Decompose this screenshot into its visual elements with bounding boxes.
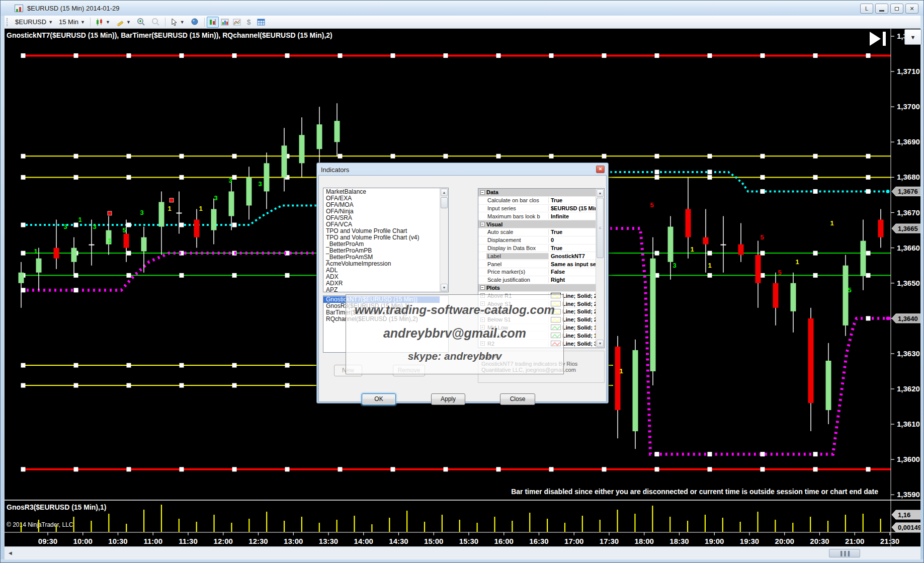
- bar-timer-notice: Bar timer disabled since either you are …: [511, 488, 878, 496]
- price-scale-menu-button[interactable]: ▼: [904, 29, 921, 45]
- time-tick-label: 16:30: [529, 537, 548, 545]
- property-row[interactable]: Display in Data BoxTrue: [478, 245, 596, 253]
- collapse-icon[interactable]: −: [480, 222, 485, 226]
- property-row[interactable]: Scale justificationRight: [478, 276, 596, 284]
- scroll-up-icon[interactable]: ▲: [597, 189, 604, 197]
- bar-count-label: 5: [848, 286, 851, 294]
- bar-count-label: 3: [228, 177, 232, 184]
- bar-count-label: 1: [108, 237, 111, 245]
- copyright-label: © 2014 NinjaTrader, LLC: [7, 521, 73, 528]
- apply-button[interactable]: Apply: [431, 393, 465, 405]
- bar-count-label: 5: [122, 226, 126, 234]
- indicator-list-item[interactable]: ADXR: [323, 280, 440, 287]
- indicator-list-item[interactable]: AcmeVolumeImpression: [323, 261, 440, 267]
- time-tick-label: 16:00: [494, 537, 514, 545]
- bar-signal-marker: [170, 198, 174, 202]
- candle: [141, 237, 147, 252]
- price-marker-label: 1,16: [898, 511, 910, 519]
- candle: [159, 202, 164, 226]
- candle: [229, 191, 234, 216]
- collapse-icon[interactable]: −: [480, 285, 485, 290]
- property-category[interactable]: −Data: [478, 189, 596, 197]
- property-row[interactable]: PanelSame as input series: [478, 260, 596, 268]
- scroll-up-icon[interactable]: ▲: [441, 189, 448, 196]
- candle: [738, 245, 744, 255]
- time-tick-label: 17:30: [600, 537, 619, 545]
- bar-count-label: 5: [760, 233, 764, 241]
- ok-button[interactable]: OK: [362, 393, 396, 405]
- bar-count-label: 1: [199, 205, 202, 212]
- property-row[interactable]: Displacement0: [478, 236, 596, 245]
- bar-count-label: 1: [830, 219, 833, 227]
- price-tick-label: 1,3680: [897, 173, 920, 181]
- watermark-line: andreybbrv@gmail.com: [346, 326, 563, 341]
- time-tick-label: 11:30: [179, 537, 198, 545]
- price-tick-label: 1,3590: [897, 490, 920, 499]
- time-tick-label: 19:30: [740, 537, 759, 545]
- candle: [650, 259, 656, 371]
- candle: [703, 237, 709, 245]
- price-tick-label: 1,3620: [897, 384, 920, 393]
- indicator-list-item[interactable]: ADL: [323, 267, 440, 274]
- time-tick-label: 11:00: [143, 537, 162, 545]
- bar-count-label: 5: [650, 201, 653, 209]
- dialog-title[interactable]: Indicators: [318, 165, 607, 175]
- candle: [177, 213, 182, 214]
- price-tick-label: 1,3710: [897, 67, 920, 75]
- property-row[interactable]: Auto scaleTrue: [478, 228, 596, 236]
- candle: [633, 350, 638, 431]
- property-category[interactable]: −Visual: [478, 220, 596, 228]
- time-tick-label: 13:30: [319, 537, 338, 545]
- scroll-left-icon[interactable]: ◄: [8, 550, 13, 556]
- price-tick-label: 1,3690: [897, 137, 920, 146]
- price-tick-label: 1,3630: [897, 349, 920, 358]
- candle: [334, 121, 340, 142]
- candle: [721, 245, 726, 246]
- candle: [773, 283, 779, 308]
- dialog-close-button[interactable]: ✕: [596, 166, 605, 173]
- time-tick-label: 17:00: [564, 537, 583, 545]
- available-indicators-list[interactable]: MarketBalanceOFA/EXAOFA/MOAOFA/NinjaOFA/…: [323, 188, 449, 292]
- property-row[interactable]: LabelGnostickNT7: [478, 252, 596, 260]
- scroll-down-icon[interactable]: ▼: [441, 284, 448, 291]
- grid-scrollbar[interactable]: ▲ ≡ ▼: [596, 189, 604, 348]
- collapse-icon[interactable]: −: [480, 190, 485, 195]
- candle: [89, 245, 95, 246]
- plot-value-dot: [886, 316, 890, 320]
- price-marker-label: 1,3640: [898, 315, 918, 323]
- bar-count-label: 3: [258, 180, 262, 188]
- chevron-down-icon: ▼: [910, 34, 916, 40]
- property-row[interactable]: Input series$EURUSD (15 Min): [478, 205, 596, 213]
- time-tick-label: 15:00: [424, 537, 443, 545]
- scroll-down-icon[interactable]: ▼: [597, 340, 604, 347]
- list-scrollbar[interactable]: ▲ ▼: [440, 188, 448, 292]
- property-row[interactable]: Calculate on bar closTrue: [478, 197, 596, 205]
- property-category[interactable]: −Plots: [478, 284, 596, 292]
- candle: [755, 255, 761, 283]
- bar-signal-marker: [108, 211, 112, 215]
- bar-count-label: 5: [778, 269, 781, 276]
- indicator-list-item[interactable]: APZ: [323, 287, 440, 292]
- bar-count-label: 3: [214, 194, 217, 202]
- candle: [317, 124, 322, 149]
- bar-count-label: 3: [140, 209, 143, 216]
- price-tick-label: 1,3660: [897, 244, 920, 252]
- scrollbar-thumb[interactable]: ▐▐▐: [829, 549, 860, 557]
- app-window: $EURUSD (15 Min) 2014-01-29 L ✕ $EURUSD …: [0, 0, 924, 563]
- candle: [615, 347, 621, 410]
- candle: [808, 318, 814, 403]
- close-button-dialog[interactable]: Close: [500, 393, 535, 405]
- price-tick-label: 1,3670: [897, 208, 920, 217]
- candle: [791, 283, 796, 311]
- property-row[interactable]: Price marker(s)False: [478, 268, 596, 276]
- price-tick-label: 1,3610: [897, 420, 920, 428]
- candle: [282, 145, 287, 177]
- candle: [264, 163, 270, 191]
- bar-count-label: 3: [93, 223, 96, 230]
- bar-count-label: 1: [78, 216, 81, 223]
- candle: [124, 234, 129, 248]
- candle: [843, 266, 849, 326]
- chart-horizontal-scrollbar[interactable]: ◄ ▐▐▐: [5, 546, 920, 559]
- property-row[interactable]: Maximum bars look bInfinite: [478, 212, 596, 220]
- watermark-line: skype: andreybbrv: [346, 350, 563, 362]
